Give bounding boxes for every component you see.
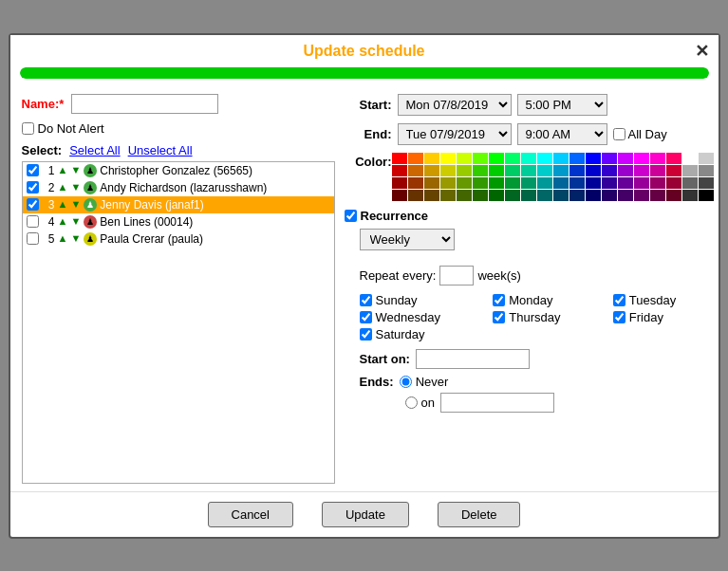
color-cell[interactable]	[650, 177, 665, 189]
color-cell[interactable]	[618, 190, 633, 201]
list-item[interactable]: 2▲▼♟Andy Richardson (lazarusshawn)	[23, 179, 334, 196]
color-cell[interactable]	[521, 190, 536, 201]
color-cell[interactable]	[634, 165, 649, 176]
color-cell[interactable]	[505, 177, 520, 189]
color-cell[interactable]	[553, 165, 569, 176]
color-cell[interactable]	[682, 190, 698, 201]
color-cell[interactable]	[699, 165, 714, 176]
color-cell[interactable]	[521, 165, 536, 176]
close-button[interactable]: ✕	[695, 41, 709, 62]
color-cell[interactable]	[408, 177, 423, 189]
color-cell[interactable]	[392, 177, 407, 189]
color-cell[interactable]	[569, 165, 585, 176]
color-cell[interactable]	[602, 177, 617, 189]
color-cell[interactable]	[521, 177, 536, 189]
color-cell[interactable]	[586, 165, 601, 176]
repeat-input[interactable]: 4	[439, 266, 474, 286]
color-cell[interactable]	[682, 177, 698, 189]
color-cell[interactable]	[489, 153, 504, 164]
color-cell[interactable]	[440, 165, 456, 176]
color-cell[interactable]	[682, 165, 698, 176]
move-down-button[interactable]: ▼	[70, 216, 81, 227]
move-down-button[interactable]: ▼	[70, 233, 81, 244]
delete-button[interactable]: Delete	[438, 502, 521, 527]
list-item[interactable]: 5▲▼♟Paula Crerar (paula)	[23, 230, 334, 248]
color-cell[interactable]	[699, 177, 714, 189]
frequency-select[interactable]: Weekly	[360, 229, 455, 250]
color-cell[interactable]	[682, 153, 698, 164]
move-up-button[interactable]: ▲	[58, 165, 68, 175]
color-cell[interactable]	[666, 177, 681, 189]
color-cell[interactable]	[408, 165, 423, 176]
move-down-button[interactable]: ▼	[70, 182, 81, 193]
move-down-button[interactable]: ▼	[70, 199, 81, 210]
move-down-button[interactable]: ▼	[70, 165, 81, 175]
day-checkbox[interactable]	[493, 311, 505, 323]
color-cell[interactable]	[424, 153, 439, 164]
user-checkbox[interactable]	[27, 232, 39, 245]
day-checkbox[interactable]	[613, 311, 625, 323]
color-cell[interactable]	[408, 153, 423, 164]
color-cell[interactable]	[505, 153, 520, 164]
color-cell[interactable]	[569, 177, 585, 189]
name-input[interactable]: Chris	[71, 94, 218, 114]
cancel-button[interactable]: Cancel	[208, 502, 293, 527]
user-checkbox[interactable]	[27, 198, 39, 211]
select-all-link[interactable]: Select All	[69, 143, 120, 157]
color-cell[interactable]	[666, 190, 681, 201]
color-cell[interactable]	[424, 177, 439, 189]
day-checkbox[interactable]	[360, 328, 372, 341]
day-checkbox[interactable]	[613, 294, 625, 306]
on-radio[interactable]	[405, 396, 418, 409]
list-item[interactable]: 1▲▼♟Christopher Gonzalez (56565)	[23, 162, 334, 179]
list-item[interactable]: 3▲▼♟Jenny Davis (janaf1)	[23, 196, 334, 213]
color-cell[interactable]	[602, 190, 617, 201]
color-cell[interactable]	[569, 153, 585, 164]
recurrence-checkbox[interactable]	[345, 210, 357, 222]
color-cell[interactable]	[666, 153, 681, 164]
color-cell[interactable]	[473, 177, 488, 189]
start-on-input[interactable]: Mon 02/18/2019	[416, 349, 530, 369]
color-cell[interactable]	[650, 165, 665, 176]
do-not-alert-checkbox[interactable]	[22, 122, 34, 135]
color-cell[interactable]	[618, 165, 633, 176]
color-cell[interactable]	[424, 190, 439, 201]
user-checkbox[interactable]	[27, 215, 39, 228]
color-cell[interactable]	[699, 153, 714, 164]
color-cell[interactable]	[650, 190, 665, 201]
color-cell[interactable]	[586, 177, 601, 189]
color-cell[interactable]	[634, 190, 649, 201]
user-checkbox[interactable]	[27, 181, 39, 193]
list-item[interactable]: 4▲▼♟Ben Lines (00014)	[23, 213, 334, 230]
move-up-button[interactable]: ▲	[58, 199, 68, 210]
color-cell[interactable]	[553, 153, 569, 164]
color-cell[interactable]	[699, 190, 714, 201]
color-cell[interactable]	[537, 190, 552, 201]
color-cell[interactable]	[602, 165, 617, 176]
color-cell[interactable]	[408, 190, 423, 201]
color-cell[interactable]	[473, 153, 488, 164]
color-cell[interactable]	[473, 190, 488, 201]
update-button[interactable]: Update	[322, 502, 409, 527]
start-date-select[interactable]: Mon 07/8/2019	[398, 94, 512, 116]
color-cell[interactable]	[537, 165, 552, 176]
allday-checkbox[interactable]	[613, 128, 625, 140]
start-time-select[interactable]: 5:00 PM	[517, 94, 607, 116]
color-cell[interactable]	[392, 165, 407, 176]
color-cell[interactable]	[489, 177, 504, 189]
color-cell[interactable]	[618, 177, 633, 189]
color-cell[interactable]	[602, 153, 617, 164]
color-cell[interactable]	[521, 153, 536, 164]
color-cell[interactable]	[392, 153, 407, 164]
move-up-button[interactable]: ▲	[58, 216, 68, 227]
end-date-select[interactable]: Tue 07/9/2019	[398, 123, 512, 145]
color-cell[interactable]	[489, 165, 504, 176]
color-cell[interactable]	[457, 190, 472, 201]
color-cell[interactable]	[392, 190, 407, 201]
move-up-button[interactable]: ▲	[58, 233, 68, 244]
color-cell[interactable]	[586, 153, 601, 164]
color-cell[interactable]	[457, 177, 472, 189]
never-radio[interactable]	[400, 376, 412, 388]
color-cell[interactable]	[457, 165, 472, 176]
color-cell[interactable]	[505, 190, 520, 201]
